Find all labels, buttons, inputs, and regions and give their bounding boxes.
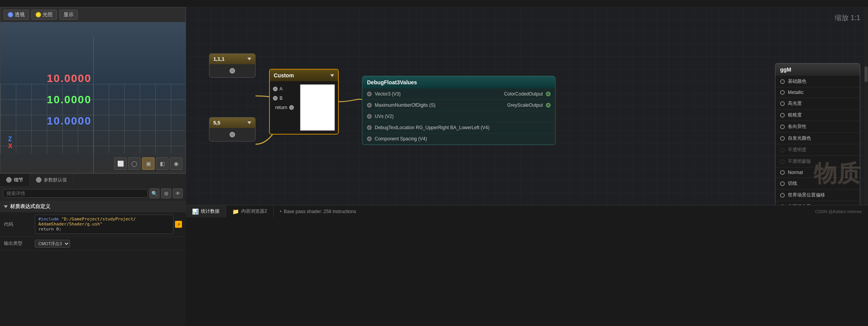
- ggm-pin-tangent-icon: [780, 181, 785, 186]
- property-output-row: 输出类型 CMOT浮点3: [0, 237, 186, 251]
- lighting-label: 光照: [43, 11, 53, 18]
- ggm-pin-opacity-icon: [780, 148, 785, 152]
- viewport-content: 10.0000 10.0000 10.0000 Z X ⬜ ◯ ▣ ◧ ◉: [0, 22, 185, 173]
- ggm-pin-metallic-icon: [780, 90, 785, 95]
- ggm-pin-tangent: 切线: [775, 178, 860, 189]
- ggm-pin-opacitymask: 不透明蒙版: [775, 156, 860, 167]
- debug-row-maxdigits: MaximumNumberOfDigits (S) GreyScaleOutpu…: [362, 100, 555, 111]
- pin-debugtext-label: DebugTextLocation RG_UpperRight BA_Lower…: [375, 125, 489, 130]
- scrollbar-vertical[interactable]: [864, 7, 868, 205]
- debug-row-uvs: UVs (V2): [362, 111, 555, 122]
- pin-greyout-label: GreyScaleOutput: [507, 102, 543, 108]
- debug-pin-uvs-left: UVs (V2): [367, 114, 394, 119]
- ggm-pin-basecolor: 基础颜色: [775, 76, 860, 87]
- node-111-header: 1,1,1: [209, 54, 255, 64]
- browser-icon: 📁: [232, 208, 239, 215]
- lighting-button[interactable]: 光照: [31, 10, 57, 20]
- node-55-header: 5,5: [209, 118, 255, 128]
- debug-row-debugtext: DebugTextLocation RG_UpperRight BA_Lower…: [362, 122, 555, 133]
- detail-icon: [6, 177, 12, 183]
- node-ggm-title: ggM: [780, 67, 791, 73]
- pin-b-icon: [273, 96, 278, 101]
- code-area[interactable]: #include "D:/GameProject/studyProject/ A…: [35, 215, 173, 234]
- lighting-icon: [36, 12, 41, 17]
- pin-maxdigits-label: MaximumNumberOfDigits (S): [375, 102, 436, 108]
- ggm-pin-metallic: Metallic: [775, 87, 860, 98]
- node-ggm[interactable]: ggM 基础颜色 Metallic 高光度 粗糙度 各向异性 自发光颜色 不透: [775, 63, 860, 205]
- ggm-pin-specular: 高光度: [775, 98, 860, 109]
- ctrl-btn-2[interactable]: ◯: [128, 157, 141, 170]
- ggm-pin-emissive-label: 自发光颜色: [788, 135, 811, 142]
- tab-details[interactable]: 细节: [0, 174, 30, 186]
- node-custom[interactable]: Custom A B return: [269, 69, 339, 135]
- viewport-bottom-controls: ⬜ ◯ ▣ ◧ ◉: [114, 157, 182, 170]
- stats-icon: 📊: [192, 208, 199, 215]
- code-path2: AddamShader/Shader/g.ush": [38, 222, 103, 227]
- debug-pin-v3-left: Vector3 (V3): [367, 91, 401, 97]
- debug-pin-spacing-left: Component Spacing (V4): [367, 136, 427, 142]
- tab-params[interactable]: 参数默认值: [30, 174, 74, 186]
- output-type-select[interactable]: CMOT浮点3: [35, 240, 70, 247]
- ggm-pin-aniso-icon: [780, 125, 785, 129]
- scrollbar-thumb[interactable]: [865, 67, 868, 82]
- code-link-icon[interactable]: ↗: [175, 221, 182, 228]
- bottom-tabs: 细节 参数默认值: [0, 174, 186, 186]
- pin-return-icon: [289, 105, 294, 110]
- status-tab-browser[interactable]: 📁 内容浏览器2: [226, 205, 274, 217]
- node-55[interactable]: 5,5: [209, 117, 256, 142]
- ggm-pin-opacitymask-icon: [780, 159, 785, 164]
- ggm-pin-basecolor-label: 基础颜色: [788, 78, 806, 85]
- node-111-body: [209, 64, 255, 77]
- ctrl-btn-1[interactable]: ⬜: [114, 157, 127, 170]
- ggm-pin-specular-label: 高光度: [788, 100, 802, 107]
- eye-button[interactable]: 👁: [173, 188, 183, 198]
- node-55-body: [209, 128, 255, 141]
- node-custom-body: A B return: [270, 81, 338, 134]
- node-ggm-header: ggM: [775, 63, 860, 76]
- tab-details-label: 细节: [14, 177, 23, 183]
- node-55-output-pin: [230, 132, 235, 137]
- status-tab-stats[interactable]: 📊 统计数据: [186, 205, 226, 217]
- ggm-pin-opacity-label: 不透明度: [788, 147, 806, 153]
- pin-greyout-icon: [546, 103, 551, 108]
- csdn-label: CSDN @Addam Holmes: [809, 209, 868, 214]
- code-return: return 0;: [38, 227, 62, 232]
- search-button[interactable]: 🔍: [149, 188, 160, 198]
- debug-pin-debugtext-left: DebugTextLocation RG_UpperRight BA_Lower…: [367, 125, 489, 130]
- node-111[interactable]: 1,1,1: [209, 53, 256, 78]
- pin-maxdigits-icon: [367, 103, 372, 108]
- pin-v3-icon: [367, 92, 372, 96]
- node-custom-preview: [300, 84, 335, 131]
- section-header: 材质表达式自定义: [0, 201, 186, 212]
- ggm-pin-worldoffset-icon: [780, 193, 785, 198]
- search-input[interactable]: [3, 189, 148, 198]
- ggm-pin-opacitymask-label: 不透明蒙版: [788, 158, 811, 165]
- custom-pin-b-row: B: [270, 94, 297, 103]
- grid-button[interactable]: ⊞: [161, 188, 171, 198]
- search-bar: 🔍 ⊞ 👁: [0, 186, 186, 201]
- zoom-label: 缩放 1:1: [835, 13, 860, 22]
- ggm-pin-roughness-label: 粗糙度: [788, 112, 802, 118]
- show-button[interactable]: 显示: [59, 10, 78, 20]
- node-custom-header: Custom: [270, 70, 338, 81]
- ggm-pin-aniso: 各向异性: [775, 121, 860, 133]
- perspective-button[interactable]: 透视: [3, 10, 29, 20]
- ctrl-btn-3[interactable]: ▣: [142, 157, 154, 170]
- ctrl-btn-5[interactable]: ◉: [170, 157, 182, 170]
- node-editor[interactable]: 缩放 1:1 1,1,1 5,5 Custom: [186, 7, 868, 205]
- pin-colorout-icon: [546, 92, 551, 96]
- ggm-pin-roughness-icon: [780, 113, 785, 118]
- viewport-grid: [0, 84, 185, 154]
- pin-colorout-label: ColorCodedOutput: [504, 91, 543, 97]
- axis-z-label: Z: [8, 136, 12, 143]
- output-label: 输出类型: [4, 240, 35, 247]
- pin-a-icon: [273, 87, 278, 91]
- custom-pin-return-row: return: [270, 103, 297, 112]
- status-content: • Base pass shader: 258 instructions: [274, 209, 809, 214]
- pin-uvs-label: UVs (V2): [375, 114, 394, 119]
- ctrl-btn-4[interactable]: ◧: [156, 157, 168, 170]
- debug-pin-greyout-right: GreyScaleOutput: [507, 102, 551, 108]
- node-debug[interactable]: DebugFloat3Values Vector3 (V3) ColorCode…: [362, 76, 556, 145]
- axis-indicator: Z X: [8, 136, 12, 150]
- code-path1: "D:/GameProject/studyProject/: [62, 217, 136, 222]
